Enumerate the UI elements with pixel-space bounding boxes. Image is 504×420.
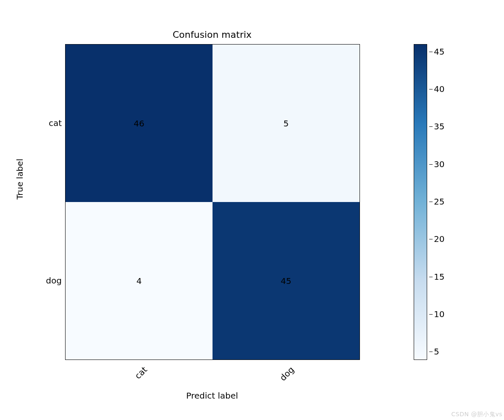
matrix-cell-1-1: 45 xyxy=(213,202,360,360)
colorbar-tick xyxy=(429,52,433,52)
colorbar-tick-label: 10 xyxy=(434,309,444,319)
confusion-matrix-heatmap: 46 5 4 45 xyxy=(65,44,360,360)
matrix-cell-0-1: 5 xyxy=(213,45,360,202)
x-axis-label: Predict label xyxy=(65,391,359,401)
colorbar-tick xyxy=(429,239,433,239)
colorbar-gradient xyxy=(414,44,427,360)
colorbar-tick-label: 35 xyxy=(434,121,444,131)
colorbar-tick-label: 30 xyxy=(434,159,444,169)
figure: Confusion matrix True label cat dog 46 5… xyxy=(0,0,504,420)
watermark-text: CSDN @胆小鬼vs xyxy=(452,411,502,418)
y-axis-label: True label xyxy=(15,159,25,200)
colorbar xyxy=(414,44,426,359)
colorbar-tick-label: 40 xyxy=(434,84,444,94)
x-tick-label: cat xyxy=(133,365,149,381)
x-tick-label: dog xyxy=(278,365,296,383)
colorbar-tick xyxy=(429,277,433,277)
colorbar-tick xyxy=(429,314,433,315)
colorbar-tick-label: 15 xyxy=(434,272,444,282)
colorbar-tick xyxy=(429,89,433,89)
colorbar-tick-label: 5 xyxy=(434,346,439,357)
colorbar-tick xyxy=(429,202,433,202)
matrix-cell-1-0: 4 xyxy=(66,202,213,360)
colorbar-tick xyxy=(429,126,433,127)
chart-title: Confusion matrix xyxy=(65,29,359,40)
y-tick-label: dog xyxy=(37,276,62,286)
colorbar-tick-label: 45 xyxy=(434,47,444,57)
colorbar-tick xyxy=(429,352,433,352)
colorbar-tick-label: 25 xyxy=(434,197,444,207)
colorbar-tick xyxy=(429,164,433,165)
y-tick-label: cat xyxy=(37,118,62,128)
matrix-cell-0-0: 46 xyxy=(66,45,213,202)
colorbar-tick-label: 20 xyxy=(434,234,444,244)
